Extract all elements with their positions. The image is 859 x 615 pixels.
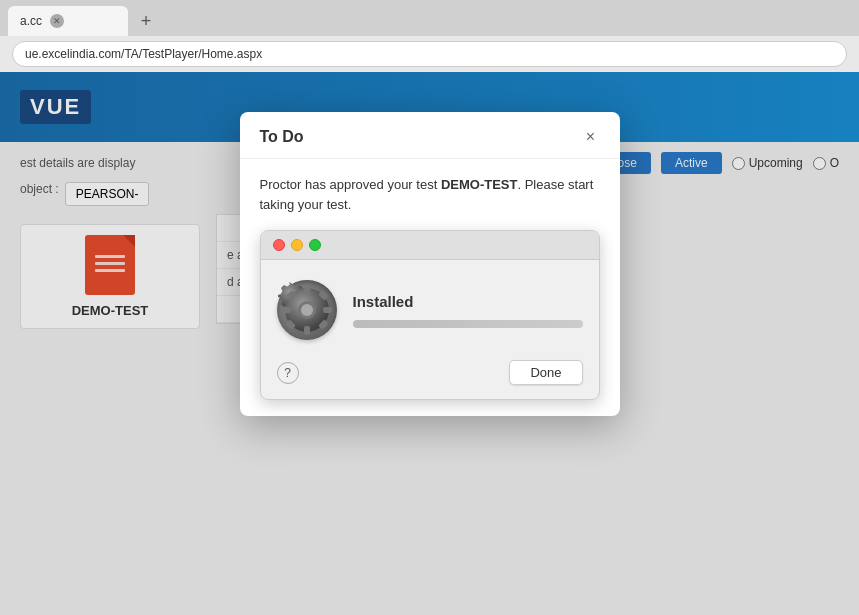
installer-titlebar <box>261 231 599 260</box>
svg-rect-4 <box>304 326 310 335</box>
address-bar <box>0 36 859 72</box>
page-background: VUE est details are display Close Active… <box>0 72 859 615</box>
todo-message: Proctor has approved your test DEMO-TEST… <box>260 175 600 214</box>
installer-content: Installed <box>261 260 599 350</box>
installer-done-button[interactable]: Done <box>509 360 582 385</box>
installer-status: Installed <box>353 293 583 310</box>
traffic-light-red[interactable] <box>273 239 285 251</box>
traffic-light-green[interactable] <box>309 239 321 251</box>
todo-modal-header: To Do × <box>240 112 620 159</box>
url-input[interactable] <box>12 41 847 67</box>
installer-footer: ? Done <box>261 350 599 399</box>
gear-icon <box>277 280 337 340</box>
todo-modal-body: Proctor has approved your test DEMO-TEST… <box>240 159 620 416</box>
browser-tab[interactable]: a.cc ✕ <box>8 6 128 36</box>
progress-bar-container <box>353 320 583 328</box>
todo-modal-title: To Do <box>260 128 304 146</box>
svg-rect-3 <box>304 285 310 294</box>
tab-bar: a.cc ✕ + <box>0 0 859 36</box>
svg-point-2 <box>301 304 313 316</box>
installer-info: Installed <box>353 293 583 328</box>
new-tab-button[interactable]: + <box>132 7 160 35</box>
installer-dialog: Installed ? Done <box>260 230 600 400</box>
tab-close-button[interactable]: ✕ <box>50 14 64 28</box>
svg-rect-5 <box>282 307 291 313</box>
todo-modal-close-button[interactable]: × <box>582 128 600 146</box>
todo-modal: To Do × Proctor has approved your test D… <box>240 112 620 416</box>
browser-chrome: a.cc ✕ + <box>0 0 859 72</box>
gear-svg <box>277 279 337 341</box>
tab-label: a.cc <box>20 14 42 28</box>
todo-test-name: DEMO-TEST <box>441 177 518 192</box>
installer-help-button[interactable]: ? <box>277 362 299 384</box>
progress-bar-fill <box>353 320 583 328</box>
svg-rect-6 <box>323 307 332 313</box>
traffic-light-yellow[interactable] <box>291 239 303 251</box>
